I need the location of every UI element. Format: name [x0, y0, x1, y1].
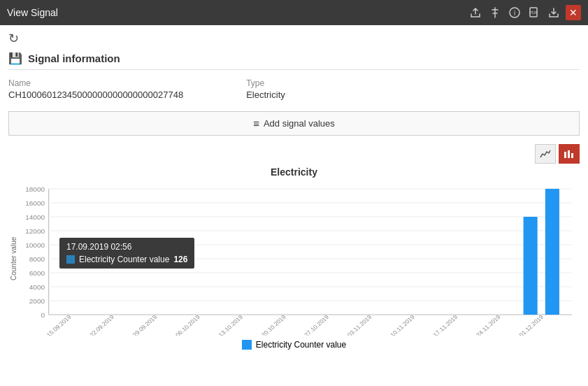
- title-bar: View Signal i PDF: [0, 0, 588, 25]
- svg-text:10.11.2019: 10.11.2019: [389, 313, 416, 336]
- svg-text:29.09.2019: 29.09.2019: [131, 313, 159, 336]
- svg-text:i: i: [514, 9, 515, 17]
- svg-rect-6: [571, 153, 573, 158]
- refresh-button[interactable]: ↻: [8, 31, 19, 46]
- svg-text:16000: 16000: [25, 200, 45, 207]
- legend-color-swatch: [242, 340, 252, 350]
- chart-container: Electricity Counter value 18000 16000: [8, 166, 580, 350]
- info-icon[interactable]: i: [507, 5, 522, 20]
- svg-text:01.12.2019: 01.12.2019: [517, 313, 545, 336]
- svg-text:14000: 14000: [25, 214, 45, 221]
- svg-text:24.11.2019: 24.11.2019: [475, 313, 502, 336]
- type-value: Electricity: [246, 90, 285, 100]
- svg-text:22.09.2019: 22.09.2019: [88, 313, 115, 336]
- pdf-icon[interactable]: PDF: [526, 5, 542, 20]
- bar-chart-button[interactable]: [559, 144, 580, 164]
- chart-legend: Electricity Counter value: [8, 340, 580, 350]
- section-title: Signal information: [28, 52, 120, 64]
- chart-inner: 18000 16000 14000 12000 10000 8000: [17, 182, 580, 336]
- window-title: View Signal: [7, 7, 58, 18]
- svg-text:4000: 4000: [29, 284, 45, 291]
- add-signal-icon: ≡: [253, 117, 259, 129]
- bar-tall: [545, 189, 559, 315]
- tooltip-date: 17.09.2019 02:56: [66, 242, 187, 252]
- pin-icon[interactable]: [487, 5, 503, 20]
- svg-text:06.10.2019: 06.10.2019: [174, 313, 201, 336]
- svg-text:20.10.2019: 20.10.2019: [260, 313, 287, 336]
- svg-text:15.09.2019: 15.09.2019: [45, 313, 73, 336]
- name-value: CH10006012345000000000000000027748: [8, 90, 183, 100]
- svg-text:10000: 10000: [25, 242, 45, 249]
- main-content: ↻ 💾 Signal information Name Type CH10006…: [0, 25, 588, 386]
- tooltip-value: 126: [173, 255, 187, 264]
- tooltip-label: Electricity Counter value: [79, 255, 169, 264]
- import-icon[interactable]: [546, 5, 561, 20]
- svg-text:13.10.2019: 13.10.2019: [217, 313, 244, 336]
- svg-text:12000: 12000: [25, 228, 45, 235]
- close-icon[interactable]: ✕: [566, 5, 581, 20]
- chart-tooltip: 17.09.2019 02:56 Electricity Counter val…: [59, 238, 194, 269]
- tooltip-row: Electricity Counter value 126: [66, 255, 187, 264]
- add-signal-button[interactable]: ≡ Add signal values: [8, 111, 580, 136]
- floppy-disk-icon: 💾: [8, 52, 22, 65]
- type-label: Type: [246, 78, 285, 88]
- tooltip-color-swatch: [66, 255, 75, 264]
- svg-text:6000: 6000: [29, 270, 45, 277]
- svg-text:27.10.2019: 27.10.2019: [303, 313, 330, 336]
- section-header: 💾 Signal information: [8, 52, 580, 70]
- svg-text:0: 0: [41, 312, 45, 319]
- title-bar-actions: i PDF ✕: [468, 5, 581, 20]
- svg-text:2000: 2000: [29, 298, 45, 305]
- legend-label: Electricity Counter value: [256, 340, 346, 350]
- chart-wrap: Counter value 18000 16000 14000: [8, 182, 580, 336]
- svg-text:03.11.2019: 03.11.2019: [346, 313, 373, 336]
- svg-text:PDF: PDF: [529, 10, 538, 15]
- svg-text:8000: 8000: [29, 256, 45, 263]
- signal-info: Name Type CH1000601234500000000000000002…: [8, 78, 580, 100]
- svg-rect-4: [564, 152, 566, 158]
- chart-title: Electricity: [8, 166, 580, 178]
- add-signal-label: Add signal values: [264, 118, 335, 129]
- export-icon[interactable]: [468, 5, 483, 20]
- name-label: Name: [8, 78, 183, 88]
- svg-text:18000: 18000: [25, 186, 45, 193]
- svg-text:17.11.2019: 17.11.2019: [431, 313, 459, 336]
- line-chart-button[interactable]: [535, 144, 556, 164]
- chart-toolbar: [8, 144, 580, 164]
- bar-short: [524, 217, 538, 315]
- svg-rect-5: [568, 150, 570, 158]
- y-axis-label: Counter value: [8, 182, 17, 336]
